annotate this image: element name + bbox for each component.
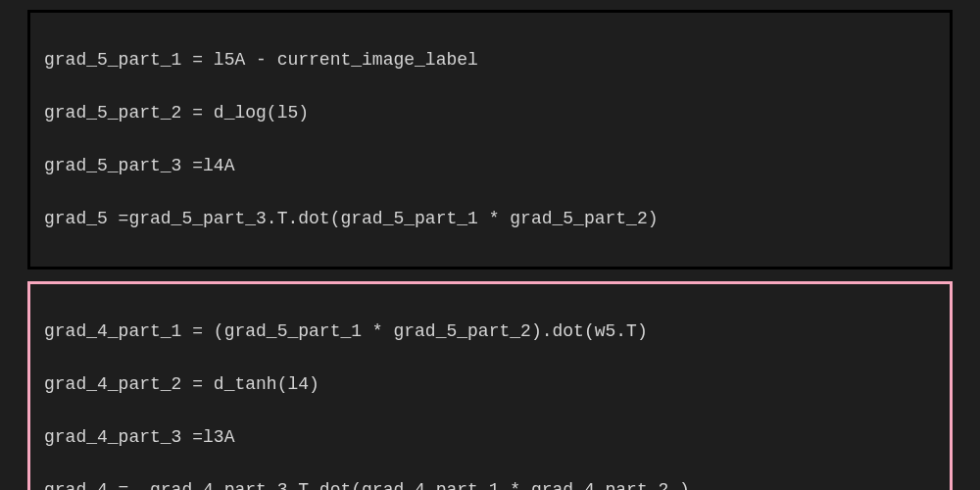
code-block-grad4: grad_4_part_1 = (grad_5_part_1 * grad_5_… [27,281,953,490]
code-line: grad_4 = grad_4_part_3.T.dot(grad_4_part… [44,477,936,490]
code-line: grad_5_part_2 = d_log(l5) [44,100,936,126]
code-line: grad_4_part_2 = d_tanh(l4) [44,371,936,398]
code-line: grad_4_part_1 = (grad_5_part_1 * grad_5_… [44,318,936,345]
code-line: grad_5 =grad_5_part_3.T.dot(grad_5_part_… [44,206,936,232]
code-line: grad_4_part_3 =l3A [44,424,936,451]
code-block-grad5: grad_5_part_1 = l5A - current_image_labe… [27,10,953,270]
code-line: grad_5_part_3 =l4A [44,153,936,179]
code-line: grad_5_part_1 = l5A - current_image_labe… [44,47,936,74]
